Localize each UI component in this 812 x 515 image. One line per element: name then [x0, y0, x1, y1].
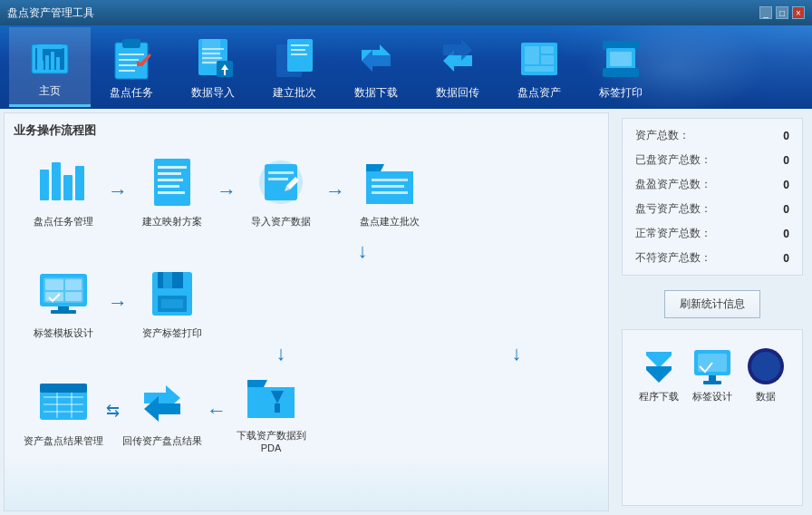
- refresh-button[interactable]: 刷新统计信息: [664, 290, 760, 318]
- svg-rect-10: [119, 53, 144, 55]
- svg-rect-13: [119, 70, 135, 72]
- task-mgmt-icon: [34, 153, 92, 211]
- stat-row-abnormal: 不符资产总数： 0: [635, 250, 789, 266]
- shortcut-label-design-label: 标签设计: [692, 390, 732, 403]
- result-mgmt-label: 资产盘点结果管理: [24, 434, 103, 448]
- minimize-button[interactable]: _: [759, 6, 772, 19]
- nav-inventory-asset[interactable]: 盘点资产: [498, 27, 580, 107]
- svg-rect-16: [202, 39, 220, 64]
- svg-rect-42: [154, 159, 190, 206]
- svg-rect-59: [45, 279, 63, 290]
- svg-rect-78: [275, 403, 280, 413]
- svg-rect-55: [372, 185, 404, 188]
- shortcut-download[interactable]: 程序下载: [632, 346, 685, 403]
- stat-label-total: 资产总数：: [635, 128, 690, 143]
- svg-rect-33: [525, 66, 554, 72]
- svg-rect-5: [45, 55, 49, 70]
- label-design-label: 标签模板设计: [34, 326, 93, 340]
- flow-item-label-design: 标签模板设计: [23, 265, 104, 340]
- flow-item-upload-result: 回传资产盘点结果: [121, 373, 203, 448]
- flow-item-download-pda: 下载资产数据到PDA: [230, 367, 312, 453]
- arrows-row-2: ↓ ↓: [23, 340, 599, 367]
- svg-marker-79: [646, 352, 672, 368]
- mapping-label: 建立映射方案: [142, 215, 202, 228]
- label-design-shortcut-icon: [692, 346, 732, 386]
- stat-row-surplus: 盘盈资产总数： 0: [635, 177, 789, 192]
- batch-icon: [361, 153, 419, 211]
- svg-rect-71: [40, 384, 87, 393]
- flow-item-result-mgmt: 资产盘点结果管理: [23, 373, 104, 448]
- svg-rect-44: [158, 172, 181, 175]
- flow-row-2: 标签模板设计 → 资产标签打印: [23, 265, 599, 340]
- svg-point-86: [751, 352, 780, 381]
- svg-rect-31: [541, 46, 554, 53]
- maximize-button[interactable]: □: [776, 6, 788, 19]
- down-arrow-label: ↓: [240, 342, 322, 365]
- data-download-icon: [353, 34, 399, 83]
- svg-rect-28: [291, 53, 307, 55]
- nav-data-download-label: 数据下载: [354, 85, 398, 101]
- section-title: 业务操作流程图: [14, 122, 599, 144]
- window-controls[interactable]: _ □ ×: [759, 6, 805, 19]
- label-print-flow-label: 资产标签打印: [142, 326, 202, 340]
- nav-data-import[interactable]: 数据导入: [172, 27, 254, 107]
- arrow-5: ⇆: [106, 401, 120, 421]
- stat-row-inventoried: 已盘资产总数： 0: [635, 152, 789, 168]
- main-area: 业务操作流程图 盘点任务管理 →: [0, 109, 812, 515]
- nav-inventory-asset-label: 盘点资产: [517, 85, 561, 101]
- stat-value-abnormal: 0: [783, 252, 789, 265]
- nav-home[interactable]: 主页: [9, 27, 91, 107]
- stat-row-total: 资产总数： 0: [635, 128, 789, 143]
- nav-create-batch-label: 建立批次: [273, 85, 316, 101]
- down-arrow-download: ↓: [476, 342, 557, 365]
- stats-section: 资产总数： 0 已盘资产总数： 0 盘盈资产总数： 0 盘亏资产总数： 0 正常…: [622, 118, 803, 276]
- nav-inventory-task[interactable]: 盘点任务: [91, 27, 172, 107]
- svg-rect-32: [541, 55, 554, 64]
- svg-rect-60: [65, 279, 82, 290]
- svg-rect-75: [56, 393, 58, 418]
- shortcut-section: 程序下载 标签设计: [622, 329, 803, 506]
- arrow-3: →: [325, 180, 345, 203]
- svg-rect-18: [202, 53, 220, 54]
- shortcut-label-design[interactable]: 标签设计: [685, 346, 739, 403]
- arrow-1: →: [108, 180, 128, 203]
- svg-rect-83: [709, 375, 716, 381]
- svg-rect-20: [202, 62, 218, 63]
- svg-rect-62: [65, 292, 82, 301]
- nav-create-batch[interactable]: 建立批次: [254, 27, 335, 107]
- flow-item-mapping: 建立映射方案: [131, 153, 213, 228]
- import-data-label: 导入资产数据: [251, 215, 311, 228]
- nav-label-print[interactable]: 标签打印: [580, 27, 662, 107]
- svg-rect-51: [268, 178, 288, 180]
- stat-label-deficit: 盘亏资产总数：: [635, 201, 711, 217]
- arrow-2: →: [217, 180, 237, 203]
- download-shortcut-icon: [639, 346, 679, 386]
- nav-data-download[interactable]: 数据下载: [335, 27, 417, 107]
- label-print-icon: [598, 34, 643, 83]
- shortcut-data[interactable]: 数据: [740, 346, 793, 403]
- svg-rect-36: [610, 52, 632, 66]
- svg-rect-69: [161, 299, 183, 308]
- toolbar: 主页 盘点任务: [0, 25, 812, 109]
- svg-rect-11: [119, 59, 139, 61]
- upload-result-label: 回传资产盘点结果: [122, 434, 202, 448]
- shortcut-row: 程序下载 标签设计: [632, 346, 793, 403]
- task-mgmt-label: 盘点任务管理: [34, 215, 93, 228]
- flow-diagram: 盘点任务管理 →: [14, 153, 599, 505]
- nav-home-label: 主页: [39, 83, 61, 99]
- svg-rect-26: [291, 44, 309, 46]
- svg-rect-3: [37, 44, 63, 49]
- close-button[interactable]: ×: [792, 6, 805, 19]
- nav-label-print-label: 标签打印: [599, 85, 643, 101]
- data-upload-icon: [435, 34, 480, 83]
- flow-item-batch: 盘点建立批次: [349, 153, 430, 228]
- svg-rect-19: [202, 57, 222, 59]
- nav-data-import-label: 数据导入: [191, 85, 235, 101]
- stat-label-inventoried: 已盘资产总数：: [635, 152, 711, 168]
- title-bar: 盘点资产管理工具 _ □ ×: [0, 0, 812, 25]
- svg-rect-84: [703, 381, 721, 384]
- inventory-task-icon: [109, 34, 154, 83]
- stat-value-total: 0: [783, 130, 789, 142]
- stat-label-abnormal: 不符资产总数：: [635, 250, 711, 266]
- nav-data-upload[interactable]: 数据回传: [417, 27, 498, 107]
